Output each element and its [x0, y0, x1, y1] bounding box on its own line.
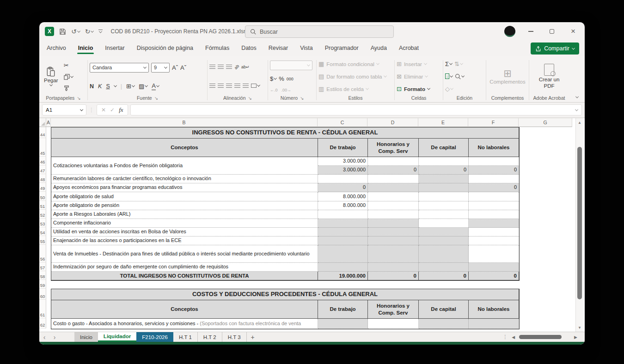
menu-tab-insertar[interactable]: Insertar	[104, 42, 125, 55]
add-sheet-button[interactable]: +	[247, 332, 259, 342]
cell-48-E[interactable]	[419, 175, 469, 183]
cell-55-C[interactable]	[318, 237, 368, 245]
cancel-icon[interactable]: ✕	[101, 107, 106, 113]
row-header-48[interactable]: 48	[39, 174, 46, 183]
menu-tab-revisar[interactable]: Revisar	[268, 42, 289, 55]
cell-56-D[interactable]	[368, 245, 419, 263]
search-input[interactable]: Buscar	[245, 25, 394, 38]
sheet-tab-inicio[interactable]: Inicio	[74, 332, 98, 342]
close-button[interactable]: ×	[567, 25, 579, 37]
insert-cells-button[interactable]: ⊞Insertar	[397, 60, 441, 69]
cell-57-D[interactable]	[368, 263, 419, 272]
italic-button[interactable]: K	[98, 83, 102, 90]
row-header-52[interactable]: 52	[39, 210, 46, 218]
orientation-button[interactable]: ab	[233, 64, 240, 70]
cell-45-B[interactable]: Conceptos	[51, 139, 318, 157]
cell-49-E[interactable]	[419, 183, 469, 192]
row-header-62[interactable]: 62	[39, 318, 46, 328]
fill-color-button[interactable]: ▨	[139, 83, 147, 90]
dialog-launcher-icon[interactable]: ↘	[77, 96, 80, 101]
row-header-53[interactable]: 53	[39, 218, 46, 227]
cell-56-B[interactable]: Venta de Inmuebles - Destinación para fi…	[51, 245, 318, 263]
excel-app-icon[interactable]: X	[45, 27, 54, 36]
sheet-tab-ht-1[interactable]: H.T 1	[173, 332, 198, 342]
cell-56-E[interactable]	[419, 245, 469, 263]
cell-54-D[interactable]	[368, 228, 419, 237]
col-header-C[interactable]: C	[318, 118, 367, 127]
cell-47-D[interactable]: 0	[368, 166, 419, 175]
comma-format-button[interactable]: 000	[287, 77, 294, 81]
addins-button[interactable]: ⊞ Complementos	[487, 67, 528, 85]
redo-button[interactable]: ↻	[85, 28, 94, 35]
borders-button[interactable]: ⊞	[126, 83, 135, 90]
menu-tab-datos[interactable]: Datos	[240, 42, 257, 55]
cell-61-E[interactable]: De capital	[419, 300, 469, 319]
cut-button[interactable]: ✂	[64, 62, 73, 69]
menu-tab-archivo[interactable]: Archivo	[46, 42, 67, 55]
col-header-A[interactable]: A	[46, 118, 51, 127]
delete-cells-button[interactable]: ⊠Eliminar	[397, 72, 441, 81]
cell-56-F[interactable]	[469, 245, 519, 263]
maximize-button[interactable]	[546, 25, 558, 37]
cell-47-F[interactable]: 0	[469, 166, 519, 175]
hscroll-left-icon[interactable]: ◀	[512, 335, 515, 340]
paste-button[interactable]: Pegar	[41, 59, 61, 94]
align-middle-icon[interactable]	[218, 65, 224, 69]
cell-48-D[interactable]	[368, 175, 419, 183]
vertical-scrollbar[interactable]: ▲ ▼	[575, 118, 583, 332]
collapse-ribbon-icon[interactable]	[575, 95, 579, 98]
cell-62-E[interactable]	[419, 319, 469, 329]
cell-60-B[interactable]: COSTOS Y DEDUCCIONES PROCEDENTES - CÉDUL…	[51, 289, 519, 300]
cell-53-D[interactable]	[368, 219, 419, 228]
dialog-launcher-icon[interactable]: ↘	[248, 96, 252, 101]
save-icon[interactable]	[59, 28, 66, 35]
minimize-button[interactable]	[525, 25, 537, 37]
cell-61-C[interactable]: De trabajo	[318, 300, 368, 319]
cell-49-F[interactable]: 0	[469, 183, 519, 192]
cell-56-C[interactable]	[318, 245, 368, 263]
cell-49-C[interactable]: 0	[318, 183, 368, 192]
cell-46-E[interactable]	[419, 157, 469, 166]
cell-58-D[interactable]: 0	[368, 272, 419, 280]
name-box[interactable]: A1	[42, 104, 86, 115]
percent-format-button[interactable]: %	[279, 75, 284, 82]
cell-styles-button[interactable]: ▥Estilos de celda	[318, 85, 392, 94]
cell-54-F[interactable]	[469, 228, 519, 237]
menu-tab-disposicion-de-pagina[interactable]: Disposición de página	[136, 42, 194, 55]
tab-split-handle[interactable]: ⋮	[502, 334, 508, 340]
menu-tab-formulas[interactable]: Fórmulas	[204, 42, 230, 55]
cell-54-E[interactable]	[419, 228, 469, 237]
cell-48-B[interactable]: Remuneración labores de carácter científ…	[51, 175, 318, 183]
scroll-up-icon[interactable]: ▲	[576, 118, 583, 127]
number-format-select[interactable]	[270, 61, 312, 70]
clear-button[interactable]: ◇	[445, 85, 453, 92]
cell-51-C[interactable]: 8.000.000	[318, 201, 368, 210]
autosum-button[interactable]: Σ	[445, 61, 452, 67]
sheet-tab-liquidador[interactable]: Liquidador	[98, 332, 136, 342]
menu-tab-ayuda[interactable]: Ayuda	[370, 42, 388, 55]
cell-48-F[interactable]	[469, 175, 519, 183]
vertical-scrollbar-thumb[interactable]	[577, 147, 582, 299]
sheet-tab-f2102026[interactable]: F210-2026	[136, 332, 173, 342]
cell-55-B[interactable]: Enajenación de las acciones o participac…	[51, 237, 318, 245]
col-header-D[interactable]: D	[367, 118, 418, 127]
select-all-corner[interactable]	[39, 118, 46, 127]
align-left-icon[interactable]	[209, 84, 215, 88]
cell-50-E[interactable]	[419, 192, 469, 201]
cell-58-C[interactable]: 19.000.000	[318, 272, 368, 280]
fill-button[interactable]: ↓	[445, 73, 453, 79]
insert-function-icon[interactable]: fx	[119, 106, 123, 114]
cell-53-F[interactable]	[469, 219, 519, 228]
font-name-select[interactable]: Candara	[90, 63, 149, 73]
cell-53-C[interactable]	[318, 219, 368, 228]
tab-scroll-left-icon[interactable]: ‹	[39, 332, 49, 342]
cell-53-E[interactable]	[419, 219, 469, 228]
create-pdf-button[interactable]: Crear un PDF	[531, 63, 567, 90]
sheet-tab-ht-3[interactable]: H.T 3	[222, 332, 247, 342]
cell-52-E[interactable]	[419, 210, 469, 219]
merge-center-button[interactable]	[251, 84, 260, 88]
cell-57-F[interactable]	[469, 263, 519, 272]
cell-50-D[interactable]	[368, 192, 419, 201]
cell-46-D[interactable]	[368, 157, 419, 166]
row-header-54[interactable]: 54	[39, 227, 46, 236]
